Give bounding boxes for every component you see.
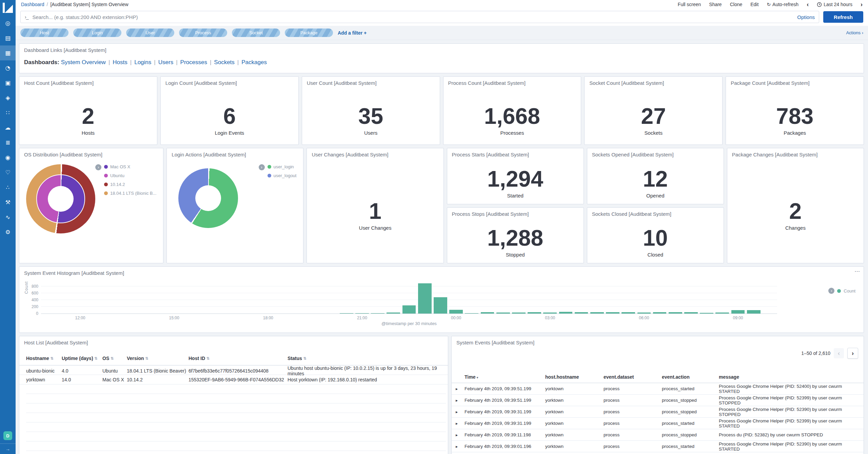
- prev-page-button[interactable]: ‹: [834, 348, 844, 358]
- legend-item[interactable]: 18.04.1 LTS (Bionic B...: [104, 191, 156, 196]
- sidebar-item-infrastructure[interactable]: ☁: [0, 120, 16, 135]
- histogram-bar[interactable]: [481, 312, 494, 314]
- legend-item[interactable]: 10.14.2: [104, 182, 156, 187]
- expand-row-button[interactable]: ▸: [456, 410, 465, 414]
- sidebar-item-dev-tools[interactable]: ⚒: [0, 195, 16, 210]
- time-forward-button[interactable]: ›: [861, 1, 863, 7]
- histogram-bar[interactable]: [606, 312, 619, 314]
- sidebar-item-uptime[interactable]: ♡: [0, 165, 16, 180]
- legend-item[interactable]: Ubuntu: [104, 173, 156, 178]
- add-filter-button[interactable]: Add a filter +: [338, 30, 367, 36]
- column-header-host-id[interactable]: Host ID⇅: [189, 356, 288, 361]
- refresh-button[interactable]: Refresh: [823, 11, 863, 23]
- histogram-bar[interactable]: [622, 312, 635, 314]
- histogram-bar[interactable]: [434, 297, 447, 314]
- table-row[interactable]: yorktown14.0Mac OS X10.14.2155320EF-9AB6…: [19, 375, 448, 384]
- histogram-bar[interactable]: [387, 313, 400, 314]
- histogram-bar[interactable]: [653, 312, 667, 314]
- legend-toggle-icon[interactable]: ›: [828, 288, 834, 294]
- edit-button[interactable]: Edit: [750, 2, 758, 7]
- histogram-bar[interactable]: [418, 283, 432, 314]
- histogram-bar[interactable]: [528, 312, 541, 314]
- dashboard-link-system-overview[interactable]: System Overview: [61, 59, 106, 65]
- histogram-bar[interactable]: [449, 310, 463, 314]
- expand-row-button[interactable]: ▸: [456, 444, 465, 449]
- histogram-bar[interactable]: [465, 313, 478, 314]
- sidebar-item-machine-learning[interactable]: ∷: [0, 105, 16, 120]
- filter-pill-user[interactable]: User: [126, 29, 174, 37]
- histogram-bar[interactable]: [715, 313, 729, 314]
- dashboard-link-logins[interactable]: Logins: [134, 59, 151, 65]
- histogram-bar[interactable]: [355, 313, 369, 314]
- table-row[interactable]: ubuntu-bionic4.0Ubuntu18.04.1 LTS (Bioni…: [19, 365, 448, 375]
- os-distribution-donut[interactable]: [26, 164, 95, 233]
- histogram-bar[interactable]: [669, 312, 682, 314]
- sidebar-item-management[interactable]: ⚙: [0, 225, 16, 240]
- expand-row-button[interactable]: ▸: [456, 398, 465, 403]
- sidebar-item-apm[interactable]: ◉: [0, 150, 16, 165]
- space-avatar[interactable]: D: [3, 431, 12, 440]
- column-header-time[interactable]: Time▾: [465, 374, 545, 380]
- auto-refresh-button[interactable]: ↻Auto-refresh: [767, 2, 798, 7]
- expand-row-button[interactable]: ▸: [456, 421, 465, 426]
- histogram-bar[interactable]: [559, 312, 573, 314]
- histogram-bar[interactable]: [575, 312, 588, 314]
- filter-pill-package[interactable]: Package: [285, 29, 333, 37]
- legend-toggle-icon[interactable]: ›: [95, 164, 101, 170]
- legend-item[interactable]: user_logout: [268, 173, 297, 178]
- clone-button[interactable]: Clone: [730, 2, 743, 7]
- dashboard-link-packages[interactable]: Packages: [241, 59, 267, 65]
- sidebar-collapse-button[interactable]: →: [0, 443, 16, 454]
- legend-toggle-icon[interactable]: ›: [259, 164, 265, 170]
- login-actions-donut[interactable]: [178, 168, 238, 228]
- column-header-status[interactable]: Status⇅: [288, 356, 446, 361]
- sidebar-item-monitoring[interactable]: ∿: [0, 210, 16, 225]
- histogram-bar[interactable]: [512, 313, 526, 314]
- histogram-bar[interactable]: [637, 313, 651, 314]
- dashboard-link-processes[interactable]: Processes: [180, 59, 207, 65]
- column-header-host-hostname[interactable]: host.hostname: [545, 374, 604, 380]
- dashboard-link-users[interactable]: Users: [158, 59, 173, 65]
- legend-item[interactable]: user_login: [268, 164, 297, 169]
- histogram-bar[interactable]: [402, 305, 416, 314]
- sidebar-item-timelion[interactable]: ◔: [0, 60, 16, 75]
- share-button[interactable]: Share: [709, 2, 722, 7]
- histogram-bar[interactable]: [590, 312, 604, 314]
- filter-pill-login[interactable]: Login: [73, 29, 121, 37]
- sidebar-item-logs[interactable]: ≣: [0, 135, 16, 150]
- filter-pill-socket[interactable]: Socket: [232, 29, 280, 37]
- kibana-logo[interactable]: [0, 0, 16, 16]
- sidebar-item-maps[interactable]: ◈: [0, 90, 16, 105]
- dashboard-link-sockets[interactable]: Sockets: [214, 59, 234, 65]
- column-header-version[interactable]: Version⇅: [127, 356, 189, 361]
- sidebar-item-dashboard[interactable]: ▦: [0, 45, 16, 60]
- dashboard-link-hosts[interactable]: Hosts: [113, 59, 127, 65]
- filter-pill-process[interactable]: Process: [179, 29, 227, 37]
- histogram-bar[interactable]: [371, 313, 384, 314]
- time-back-button[interactable]: ‹: [807, 1, 809, 7]
- column-header-uptime-days-[interactable]: Uptime (days)⇅: [62, 356, 102, 361]
- panel-options-icon[interactable]: ⋯: [854, 268, 860, 275]
- expand-row-button[interactable]: ▸: [456, 386, 465, 391]
- column-header-message[interactable]: message: [719, 374, 861, 380]
- full-screen-button[interactable]: Full screen: [678, 2, 701, 7]
- filter-actions-button[interactable]: Actions ›: [846, 30, 863, 35]
- histogram-bar[interactable]: [731, 310, 745, 314]
- search-input[interactable]: [32, 14, 793, 20]
- histogram-bar[interactable]: [543, 313, 557, 314]
- breadcrumb-dashboard-link[interactable]: Dashboard: [21, 2, 44, 7]
- legend-item[interactable]: Mac OS X: [104, 164, 156, 169]
- histogram-bar[interactable]: [747, 310, 761, 314]
- column-header-event-dataset[interactable]: event.dataset: [604, 374, 662, 380]
- next-page-button[interactable]: ›: [847, 348, 858, 359]
- histogram-bar[interactable]: [340, 313, 353, 314]
- expand-row-button[interactable]: ▸: [456, 433, 465, 437]
- histogram-bar[interactable]: [684, 312, 698, 314]
- histogram-bar[interactable]: [496, 313, 510, 314]
- column-header-hostname[interactable]: Hostname⇅: [26, 356, 62, 361]
- sidebar-item-canvas[interactable]: ▣: [0, 75, 16, 90]
- histogram-bar[interactable]: [700, 313, 713, 314]
- column-header-event-action[interactable]: event.action: [662, 374, 719, 380]
- time-picker-button[interactable]: Last 24 hours: [817, 2, 852, 7]
- sidebar-item-graph[interactable]: ∴: [0, 180, 16, 195]
